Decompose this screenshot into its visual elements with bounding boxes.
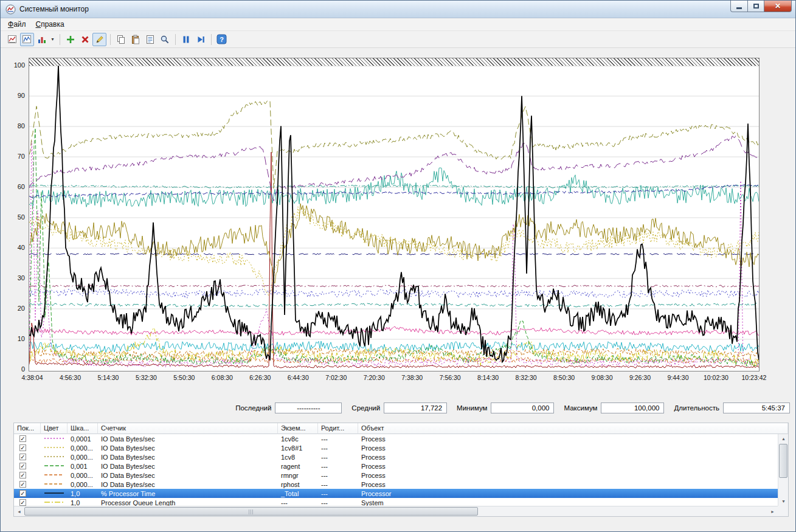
counter-row[interactable]: ✓0,000...IO Data Bytes/sec1cv8---Process: [14, 452, 778, 461]
column-header-6[interactable]: Родит...: [318, 423, 358, 434]
delete-counter-button[interactable]: [78, 33, 92, 46]
scroll-up-button[interactable]: ▲: [778, 434, 789, 443]
series-olive-dash-top: [29, 100, 759, 188]
show-checkbox[interactable]: ✓: [19, 490, 26, 497]
scroll-up-icon: ▲: [781, 437, 786, 441]
copy-properties-button[interactable]: [114, 33, 128, 46]
show-checkbox[interactable]: ✓: [19, 481, 26, 488]
show-checkbox[interactable]: ✓: [19, 499, 26, 506]
vertical-scroll-thumb[interactable]: [779, 444, 787, 478]
series-1cv8n1-io: [29, 207, 759, 295]
horizontal-scroll-thumb[interactable]: [24, 507, 478, 516]
maximize-button[interactable]: [748, 1, 764, 12]
toolbar-separator: [211, 34, 212, 45]
scale-cell: 0,000...: [67, 481, 98, 488]
series-memory-baseline-38: [29, 254, 759, 255]
counter-row[interactable]: ✓1,0% Processor Time_Total---Processor: [14, 489, 778, 498]
x-axis-label: 5:32:30: [126, 374, 165, 381]
counter-row[interactable]: ✓0,000...IO Data Bytes/secrphost---Proce…: [14, 480, 778, 489]
vertical-scrollbar[interactable]: ▲ ▼: [778, 434, 788, 506]
scale-cell: 0,000...: [67, 472, 98, 479]
scroll-right-button[interactable]: ►: [767, 507, 778, 516]
column-header-5[interactable]: Экзем...: [278, 423, 318, 434]
view-current-activity-button[interactable]: [20, 33, 34, 46]
scroll-left-button[interactable]: ◄: [14, 507, 24, 516]
scroll-down-button[interactable]: ▼: [778, 497, 789, 506]
scale-cell: 1,0: [67, 490, 98, 497]
y-axis-label: 10: [1, 334, 25, 343]
scale-cell: 0,001: [67, 463, 98, 470]
view-log-data-button[interactable]: [5, 33, 19, 46]
zoom-icon: [160, 35, 170, 44]
counter-row[interactable]: ✓0,0001IO Data Bytes/sec1cv8c---Process: [14, 434, 778, 443]
change-graph-type-dropdown-arrow[interactable]: ▾: [49, 33, 56, 46]
color-cell: [41, 472, 67, 479]
show-checkbox[interactable]: ✓: [19, 472, 26, 478]
scroll-down-icon: ▼: [781, 499, 786, 503]
parent-cell: ---: [318, 463, 358, 470]
parent-cell: ---: [318, 454, 358, 461]
last-value: ----------: [275, 402, 342, 413]
show-checkbox[interactable]: ✓: [19, 463, 26, 469]
toolbar: ▾?: [1, 31, 795, 48]
counter-row[interactable]: ✓0,001IO Data Bytes/secragent---Process: [14, 461, 778, 471]
scrollbar-corner: [778, 506, 788, 516]
properties-button[interactable]: [143, 33, 157, 46]
paste-counter-list-button[interactable]: [128, 33, 142, 46]
y-axis-label: 90: [1, 91, 25, 100]
show-checkbox[interactable]: ✓: [19, 444, 26, 451]
instance-cell: rmngr: [278, 472, 318, 479]
parent-cell: ---: [318, 490, 358, 497]
freeze-display-button[interactable]: [179, 33, 193, 46]
show-checkbox[interactable]: ✓: [19, 454, 26, 460]
counter-cell: IO Data Bytes/sec: [98, 454, 278, 461]
minimize-button[interactable]: [730, 1, 748, 12]
y-axis-label: 60: [1, 182, 25, 191]
help-icon: ?: [216, 34, 227, 44]
series-teal-dashdot-60: [29, 185, 759, 188]
x-axis-label: 5:50:30: [165, 374, 204, 381]
maximum-value: 100,000: [601, 402, 664, 413]
x-axis-label: 6:08:30: [202, 374, 241, 381]
scroll-right-icon: ►: [770, 510, 775, 514]
column-header-3[interactable]: Шка...: [67, 423, 98, 434]
y-axis-label: 100: [1, 61, 25, 69]
x-axis-label: 7:02:30: [317, 374, 356, 381]
change-graph-type-button[interactable]: [35, 33, 49, 46]
close-button[interactable]: ✕: [764, 1, 792, 12]
color-cell: [41, 435, 67, 443]
menu-help[interactable]: Справка: [31, 19, 69, 30]
help-button[interactable]: ?: [215, 33, 229, 46]
titlebar[interactable]: Системный монитор ✕: [1, 1, 795, 18]
value-bar: Последний ---------- Средний 17,722 Мини…: [1, 402, 795, 414]
system-monitor-window: Системный монитор ✕ ФайлСправка ▾? 10090…: [0, 0, 796, 532]
menubar: ФайлСправка: [1, 18, 795, 31]
counter-cell: IO Data Bytes/sec: [98, 463, 278, 470]
x-axis-label: 5:14:30: [89, 374, 128, 381]
scroll-left-icon: ◄: [17, 510, 21, 514]
update-data-button[interactable]: [193, 33, 207, 46]
column-header-1[interactable]: Пок...: [14, 423, 41, 434]
x-axis-label: 8:14:30: [469, 374, 508, 381]
highlight-button[interactable]: [92, 33, 106, 46]
counter-row[interactable]: ✓1,0Processor Queue Length------System: [14, 498, 778, 506]
show-checkbox[interactable]: ✓: [19, 435, 26, 442]
column-header-2[interactable]: Цвет: [41, 423, 67, 434]
add-counter-button[interactable]: [63, 33, 77, 46]
column-header-4[interactable]: Счетчик: [98, 423, 278, 434]
counter-row[interactable]: ✓0,000...IO Data Bytes/secrmngr---Proces…: [14, 471, 778, 480]
y-axis-label: 70: [1, 152, 25, 161]
instance-cell: ---: [278, 499, 318, 506]
freeze-display-icon: [181, 35, 191, 44]
menu-file[interactable]: Файл: [3, 19, 31, 30]
series-cpu-total: [29, 66, 759, 362]
plot-area[interactable]: [29, 58, 760, 371]
column-header-7[interactable]: Объект: [358, 423, 788, 434]
y-axis-label: 20: [1, 304, 25, 313]
horizontal-scrollbar[interactable]: ◄ ►: [14, 506, 778, 516]
view-log-data-icon: [7, 35, 18, 44]
x-axis-label: 7:20:30: [355, 374, 393, 381]
zoom-button[interactable]: [157, 33, 171, 46]
counter-row[interactable]: ✓0,000...IO Data Bytes/sec1cv8#1---Proce…: [14, 443, 778, 452]
app-icon: [5, 4, 16, 15]
